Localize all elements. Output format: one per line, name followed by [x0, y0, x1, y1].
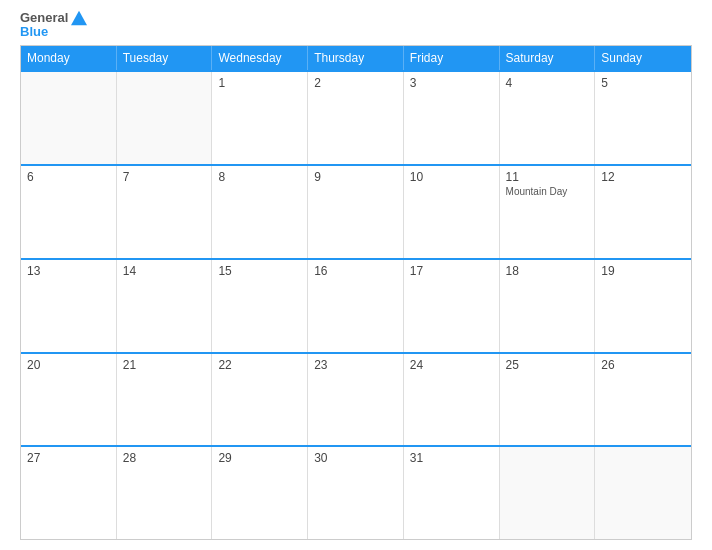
week-1: 12345 — [21, 70, 691, 164]
day-number: 29 — [218, 451, 301, 465]
cell-w5-d3: 29 — [212, 447, 308, 539]
day-number: 23 — [314, 358, 397, 372]
calendar-header: Monday Tuesday Wednesday Thursday Friday… — [21, 46, 691, 70]
day-number: 4 — [506, 76, 589, 90]
logo-icon — [70, 10, 88, 26]
day-number: 2 — [314, 76, 397, 90]
day-number: 26 — [601, 358, 685, 372]
cell-w5-d1: 27 — [21, 447, 117, 539]
day-number: 22 — [218, 358, 301, 372]
day-number: 24 — [410, 358, 493, 372]
day-number: 13 — [27, 264, 110, 278]
week-3: 13141516171819 — [21, 258, 691, 352]
cell-w2-d3: 8 — [212, 166, 308, 258]
day-number: 14 — [123, 264, 206, 278]
cell-w2-d6: 11Mountain Day — [500, 166, 596, 258]
day-number: 1 — [218, 76, 301, 90]
day-number: 5 — [601, 76, 685, 90]
logo: General Blue — [20, 10, 88, 39]
day-number: 8 — [218, 170, 301, 184]
day-number: 20 — [27, 358, 110, 372]
day-number: 7 — [123, 170, 206, 184]
cell-w1-d3: 1 — [212, 72, 308, 164]
day-number: 17 — [410, 264, 493, 278]
day-number: 21 — [123, 358, 206, 372]
week-2: 67891011Mountain Day12 — [21, 164, 691, 258]
day-number: 3 — [410, 76, 493, 90]
cell-w3-d3: 15 — [212, 260, 308, 352]
cell-w3-d1: 13 — [21, 260, 117, 352]
day-number: 28 — [123, 451, 206, 465]
cell-w2-d7: 12 — [595, 166, 691, 258]
week-4: 20212223242526 — [21, 352, 691, 446]
cell-w4-d4: 23 — [308, 354, 404, 446]
logo-blue-text: Blue — [20, 25, 48, 39]
cell-w3-d5: 17 — [404, 260, 500, 352]
day-number: 15 — [218, 264, 301, 278]
cell-w4-d6: 25 — [500, 354, 596, 446]
logo-general-text: General — [20, 11, 68, 25]
cell-w3-d6: 18 — [500, 260, 596, 352]
day-number: 12 — [601, 170, 685, 184]
svg-marker-0 — [71, 11, 87, 25]
header-friday: Friday — [404, 46, 500, 70]
header-sunday: Sunday — [595, 46, 691, 70]
day-number: 31 — [410, 451, 493, 465]
day-number: 19 — [601, 264, 685, 278]
cell-w2-d1: 6 — [21, 166, 117, 258]
calendar-body: 1234567891011Mountain Day121314151617181… — [21, 70, 691, 539]
cell-w5-d6 — [500, 447, 596, 539]
calendar: Monday Tuesday Wednesday Thursday Friday… — [20, 45, 692, 540]
cell-w5-d4: 30 — [308, 447, 404, 539]
week-5: 2728293031 — [21, 445, 691, 539]
cell-w4-d3: 22 — [212, 354, 308, 446]
cell-w2-d2: 7 — [117, 166, 213, 258]
page: General Blue Monday Tuesday Wednesday Th… — [0, 0, 712, 550]
cell-w4-d2: 21 — [117, 354, 213, 446]
cell-w5-d5: 31 — [404, 447, 500, 539]
holiday-label: Mountain Day — [506, 186, 589, 197]
cell-w4-d1: 20 — [21, 354, 117, 446]
header-monday: Monday — [21, 46, 117, 70]
cell-w1-d4: 2 — [308, 72, 404, 164]
cell-w4-d7: 26 — [595, 354, 691, 446]
day-number: 11 — [506, 170, 589, 184]
header-wednesday: Wednesday — [212, 46, 308, 70]
day-number: 16 — [314, 264, 397, 278]
cell-w4-d5: 24 — [404, 354, 500, 446]
day-number: 18 — [506, 264, 589, 278]
cell-w3-d2: 14 — [117, 260, 213, 352]
day-number: 9 — [314, 170, 397, 184]
cell-w1-d2 — [117, 72, 213, 164]
cell-w3-d4: 16 — [308, 260, 404, 352]
cell-w5-d7 — [595, 447, 691, 539]
day-number: 6 — [27, 170, 110, 184]
header-tuesday: Tuesday — [117, 46, 213, 70]
cell-w3-d7: 19 — [595, 260, 691, 352]
day-number: 27 — [27, 451, 110, 465]
day-number: 10 — [410, 170, 493, 184]
day-number: 30 — [314, 451, 397, 465]
cell-w1-d1 — [21, 72, 117, 164]
cell-w1-d5: 3 — [404, 72, 500, 164]
header: General Blue — [20, 10, 692, 39]
cell-w2-d5: 10 — [404, 166, 500, 258]
cell-w5-d2: 28 — [117, 447, 213, 539]
day-number: 25 — [506, 358, 589, 372]
cell-w2-d4: 9 — [308, 166, 404, 258]
header-thursday: Thursday — [308, 46, 404, 70]
cell-w1-d7: 5 — [595, 72, 691, 164]
cell-w1-d6: 4 — [500, 72, 596, 164]
header-saturday: Saturday — [500, 46, 596, 70]
